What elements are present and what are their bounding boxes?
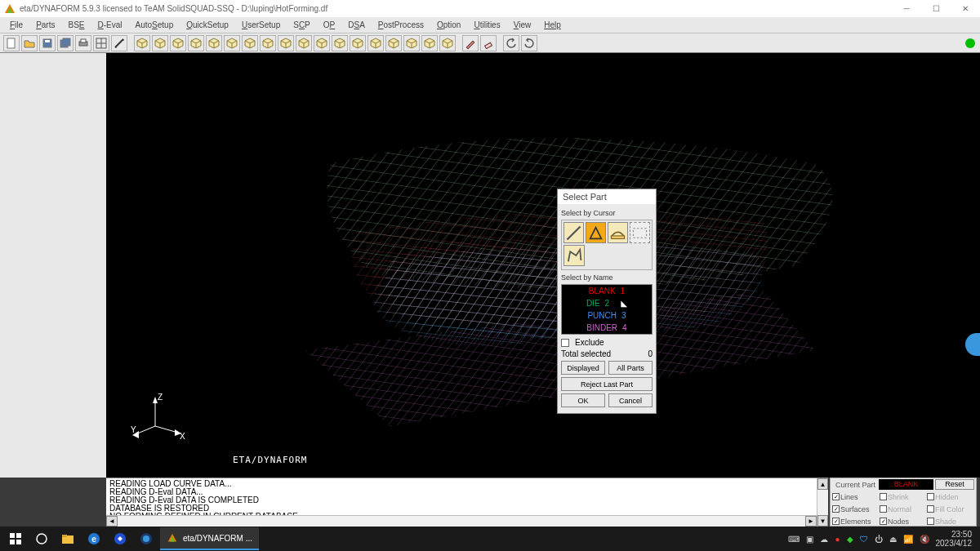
tool-new[interactable] xyxy=(3,35,20,51)
reset-button[interactable]: Reset xyxy=(935,479,974,490)
tool-print[interactable] xyxy=(75,35,91,51)
minimize-button[interactable]: ─ xyxy=(892,0,921,17)
displayed-button[interactable]: Displayed xyxy=(561,361,605,375)
tool-saveas[interactable] xyxy=(57,35,74,51)
tool-view-2[interactable] xyxy=(170,35,186,51)
tool-view-3[interactable] xyxy=(188,35,204,51)
taskbar-app-dynaform[interactable]: eta/DYNAFORM ... xyxy=(160,527,259,550)
app-icon-2[interactable] xyxy=(134,527,158,550)
tool-view-5[interactable] xyxy=(224,35,240,51)
menu-postprocess[interactable]: PostProcess xyxy=(372,19,430,31)
opt-surfaces[interactable]: Surfaces xyxy=(832,505,878,513)
tray-icon[interactable]: ⏻ xyxy=(875,535,883,544)
menu-d-eval[interactable]: D-Eval xyxy=(91,19,128,31)
tool-view-15[interactable] xyxy=(403,35,420,51)
tray-icon[interactable]: 🛡 xyxy=(860,535,868,544)
cursor-tool-polygon[interactable] xyxy=(564,245,585,266)
menu-file[interactable]: File xyxy=(3,19,29,31)
all-parts-button[interactable]: All Parts xyxy=(608,361,653,375)
part-row-die[interactable]: DIE 2◢ xyxy=(562,297,652,309)
tool-view-7[interactable] xyxy=(260,35,276,51)
cursor-tool-window[interactable] xyxy=(630,222,650,243)
tool-view-8[interactable] xyxy=(278,35,294,51)
opt-fill-color[interactable]: Fill Color xyxy=(927,505,973,513)
menu-option[interactable]: Option xyxy=(430,19,467,31)
tray-icon[interactable]: ⏏ xyxy=(889,535,897,544)
tool-view-4[interactable] xyxy=(206,35,222,51)
tool-view-13[interactable] xyxy=(368,35,384,51)
dialog-title[interactable]: Select Part xyxy=(558,189,656,204)
vscroll-track[interactable] xyxy=(817,490,828,515)
explorer-icon[interactable] xyxy=(56,527,80,550)
vscroll-down[interactable]: ▼ xyxy=(817,515,828,527)
close-button[interactable]: ✕ xyxy=(951,0,980,17)
menu-utilities[interactable]: Utilities xyxy=(467,19,506,31)
ok-button[interactable]: OK xyxy=(561,393,605,407)
tray-icon[interactable]: ● xyxy=(835,535,840,544)
opt-lines[interactable]: Lines xyxy=(832,493,878,501)
menu-help[interactable]: Help xyxy=(537,19,568,31)
opt-normal[interactable]: Normal xyxy=(880,505,925,513)
edge-icon[interactable]: e xyxy=(82,527,106,550)
tool-undo[interactable] xyxy=(503,35,519,51)
tool-grid[interactable] xyxy=(93,35,109,51)
tool-redo[interactable] xyxy=(521,35,537,51)
tool-open[interactable] xyxy=(21,35,38,51)
opt-nodes[interactable]: Nodes xyxy=(880,518,925,526)
tool-save[interactable] xyxy=(39,35,56,51)
opt-shade[interactable]: Shade xyxy=(927,518,973,526)
system-tray[interactable]: ⌨ ▣ ☁ ● ◆ 🛡 ⏻ ⏏ 📶 🔇 xyxy=(788,535,929,544)
tool-eraser[interactable] xyxy=(480,35,497,51)
tool-view-6[interactable] xyxy=(242,35,258,51)
menu-usersetup[interactable]: UserSetup xyxy=(235,19,287,31)
maximize-button[interactable]: ☐ xyxy=(921,0,951,17)
menu-quicksetup[interactable]: QuickSetup xyxy=(180,19,235,31)
hscroll-track[interactable] xyxy=(118,516,805,527)
cancel-button[interactable]: Cancel xyxy=(608,393,653,407)
cortana-button[interactable] xyxy=(29,527,54,550)
tool-view-12[interactable] xyxy=(350,35,366,51)
vscroll-up[interactable]: ▲ xyxy=(817,478,828,490)
opt-hidden[interactable]: Hidden xyxy=(927,493,973,501)
menu-view[interactable]: View xyxy=(507,19,538,31)
hscroll-left[interactable]: ◄ xyxy=(106,516,118,527)
menu-op[interactable]: OP xyxy=(317,19,341,31)
tray-icon[interactable]: ⌨ xyxy=(788,535,800,544)
hscroll-right[interactable]: ► xyxy=(805,516,817,527)
menu-bse[interactable]: BSE xyxy=(61,19,91,31)
viewport-3d[interactable]: Z X Y ETA/DYNAFORM Select Part Select by… xyxy=(106,53,980,478)
tray-network-icon[interactable]: 📶 xyxy=(903,535,913,544)
tool-view-17[interactable] xyxy=(439,35,456,51)
app-icon-1[interactable] xyxy=(108,527,132,550)
menu-parts[interactable]: Parts xyxy=(29,19,61,31)
taskbar-clock[interactable]: 23:50 2023/4/12 xyxy=(931,530,978,548)
cursor-tool-surface[interactable] xyxy=(608,222,628,243)
tray-icon[interactable]: ☁ xyxy=(820,535,828,544)
tool-view-16[interactable] xyxy=(421,35,438,51)
menu-scp[interactable]: SCP xyxy=(287,19,317,31)
part-row-punch[interactable]: PUNCH 3 xyxy=(562,309,652,322)
tool-brush[interactable] xyxy=(462,35,479,51)
tool-view-9[interactable] xyxy=(296,35,312,51)
part-row-binder[interactable]: BINDER 4 xyxy=(562,322,652,334)
tool-view-0[interactable] xyxy=(134,35,150,51)
cursor-tool-line[interactable] xyxy=(564,222,584,243)
tool-measure[interactable] xyxy=(111,35,127,51)
tool-view-11[interactable] xyxy=(332,35,348,51)
tray-icon[interactable]: ▣ xyxy=(806,535,813,544)
tool-view-10[interactable] xyxy=(314,35,330,51)
part-row-blank[interactable]: BLANK 1 xyxy=(562,285,652,297)
start-button[interactable] xyxy=(3,527,28,550)
current-part-value[interactable]: BLANK xyxy=(879,479,933,490)
reject-last-part-button[interactable]: Reject Last Part xyxy=(561,377,653,391)
menu-dsa[interactable]: DSA xyxy=(341,19,372,31)
tray-volume-icon[interactable]: 🔇 xyxy=(920,535,929,544)
opt-elements[interactable]: Elements xyxy=(832,518,878,526)
cursor-tool-part[interactable] xyxy=(586,222,606,243)
menu-autosetup[interactable]: AutoSetup xyxy=(129,19,180,31)
opt-shrink[interactable]: Shrink xyxy=(880,493,925,501)
exclude-checkbox[interactable] xyxy=(561,339,569,347)
tool-view-1[interactable] xyxy=(152,35,168,51)
tray-icon[interactable]: ◆ xyxy=(847,535,853,544)
tool-view-14[interactable] xyxy=(385,35,402,51)
